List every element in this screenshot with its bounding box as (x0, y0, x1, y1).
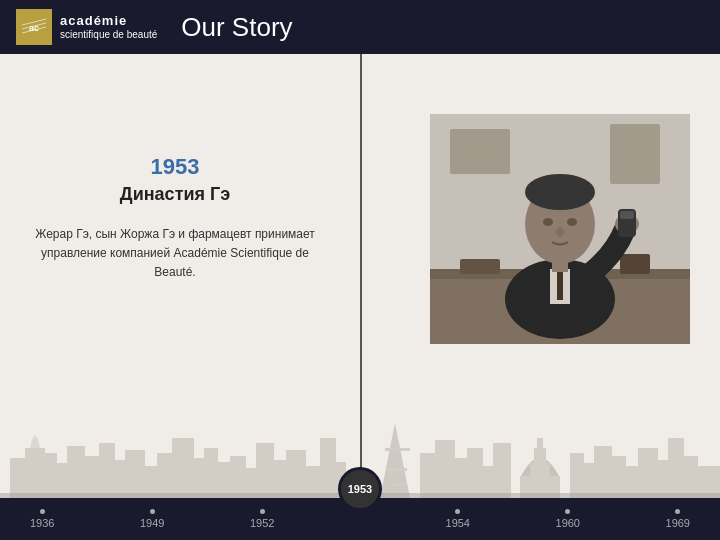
svg-rect-26 (10, 458, 25, 498)
svg-rect-30 (67, 446, 85, 498)
year-1949: 1949 (140, 509, 164, 529)
svg-rect-41 (230, 456, 246, 498)
svg-text:ac: ac (29, 23, 39, 33)
svg-rect-25 (430, 114, 690, 344)
photo-svg (430, 114, 690, 344)
year-1936: 1936 (30, 509, 54, 529)
brand-subtitle: scientifique de beauté (60, 29, 157, 41)
svg-rect-56 (467, 448, 483, 498)
timeline-bottom: 1936 1949 1952 1953 1954 1960 (0, 498, 720, 540)
svg-rect-70 (668, 438, 684, 498)
svg-rect-32 (99, 443, 115, 498)
svg-rect-37 (172, 438, 194, 498)
svg-rect-68 (638, 448, 658, 498)
active-year-bubble[interactable]: 1953 (338, 467, 382, 511)
svg-rect-45 (286, 450, 306, 498)
content-year: 1953 (30, 154, 320, 180)
photo-placeholder (430, 114, 690, 344)
year-1960: 1960 (556, 509, 580, 529)
main-content: 1953 Династия Гэ Жерар Гэ, сын Жоржа Гэ … (0, 54, 720, 540)
svg-rect-47 (320, 438, 336, 498)
logo-area: ac académie scientifique de beauté (16, 9, 157, 45)
year-1954: 1954 (446, 509, 470, 529)
year-1969: 1969 (666, 509, 690, 529)
svg-rect-66 (612, 456, 626, 498)
content-left: 1953 Династия Гэ Жерар Гэ, сын Жоржа Гэ … (30, 154, 320, 283)
svg-rect-51 (388, 468, 407, 471)
svg-rect-71 (684, 456, 698, 498)
logo-text: académie scientifique de beauté (60, 13, 157, 41)
brand-name: académie (60, 13, 157, 29)
svg-rect-61 (534, 448, 546, 466)
svg-rect-50 (385, 448, 410, 451)
svg-rect-63 (570, 453, 584, 498)
timeline-years: 1936 1949 1952 1953 1954 1960 (0, 509, 720, 529)
svg-rect-29 (57, 463, 67, 498)
year-1952: 1952 (250, 509, 274, 529)
svg-rect-34 (125, 450, 145, 498)
svg-rect-52 (391, 483, 404, 486)
svg-rect-39 (204, 448, 218, 498)
content-description: Жерар Гэ, сын Жоржа Гэ и фармацевт прини… (30, 225, 320, 283)
svg-rect-43 (256, 443, 274, 498)
svg-rect-44 (274, 460, 286, 498)
dynasty-title: Династия Гэ (30, 184, 320, 205)
svg-rect-65 (594, 446, 612, 498)
svg-rect-58 (493, 443, 511, 498)
timeline-line (360, 54, 362, 484)
svg-marker-49 (380, 423, 410, 498)
page-title: Our Story (181, 12, 292, 43)
svg-rect-28 (45, 453, 57, 498)
svg-rect-36 (157, 453, 172, 498)
svg-rect-54 (435, 440, 455, 498)
photo-area (430, 114, 690, 344)
svg-rect-33 (115, 460, 125, 498)
header: ac académie scientifique de beauté Our S… (0, 0, 720, 54)
svg-rect-31 (85, 456, 99, 498)
svg-rect-64 (584, 463, 594, 498)
svg-rect-38 (194, 458, 204, 498)
svg-rect-69 (658, 460, 668, 498)
svg-rect-53 (420, 453, 435, 498)
logo-icon: ac (16, 9, 52, 45)
svg-rect-62 (537, 438, 543, 450)
svg-rect-55 (455, 458, 467, 498)
svg-rect-27 (25, 448, 45, 498)
svg-rect-40 (218, 462, 230, 498)
